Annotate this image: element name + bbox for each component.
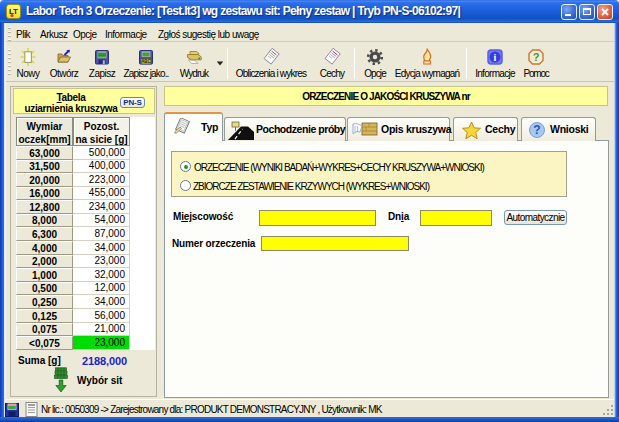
svg-text:i: i	[494, 52, 497, 63]
svg-text:?: ?	[533, 123, 540, 137]
svg-text:ABC: ABC	[141, 59, 151, 64]
svg-text:T: T	[13, 7, 18, 16]
svg-text:?: ?	[533, 51, 540, 63]
